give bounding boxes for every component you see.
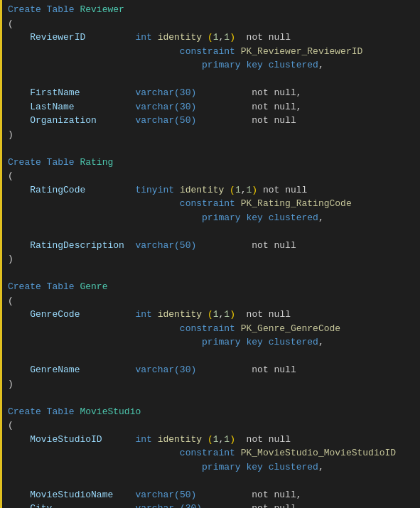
genre-constraint-line: constraint PK_Genre_GenreCode bbox=[2, 322, 420, 336]
blank-after-rating bbox=[2, 266, 420, 281]
create-table-genre-line: Create Table Genre bbox=[2, 280, 420, 294]
genre-blank1 bbox=[2, 350, 420, 364]
moviestamp-pk-line: primary key clustered, bbox=[2, 460, 420, 475]
reviewer-blank1 bbox=[2, 72, 420, 87]
create-table-rating-line: Create Table Rating bbox=[2, 156, 420, 170]
code-editor: Create Table Reviewer ( ReviewerID int i… bbox=[0, 0, 420, 508]
reviewer-firstname-line: FirstName varchar(30) not null, bbox=[2, 86, 420, 100]
open-paren-genre: ( bbox=[2, 294, 420, 308]
rating-pk-line: primary key clustered, bbox=[2, 211, 420, 225]
rating-constraint-line: constraint PK_Rating_RatingCode bbox=[2, 197, 420, 211]
blank-after-genre bbox=[2, 391, 420, 405]
genre-code-line: GenreCode int identity (1,1) not null bbox=[2, 308, 420, 322]
moviestamp-constraint-line: constraint PK_MovieStudio_MovieStudioID bbox=[2, 446, 420, 460]
rating-blank1 bbox=[2, 225, 420, 239]
rating-code-line: RatingCode tinyint identity (1,1) not nu… bbox=[2, 183, 420, 198]
close-paren-genre: ) bbox=[2, 377, 420, 391]
reviewer-lastname-line: LastName varchar(30) not null, bbox=[2, 100, 420, 114]
reviewer-constraint-line: constraint PK_Reviewer_ReviewerID bbox=[2, 45, 420, 59]
genre-pk-line: primary key clustered, bbox=[2, 335, 420, 350]
open-paren-moviestamp: ( bbox=[2, 418, 420, 433]
open-paren-reviewer: ( bbox=[2, 17, 420, 31]
moviestamp-blank1 bbox=[2, 474, 420, 488]
create-table-moviestamp-line: Create Table MovieStudio bbox=[2, 405, 420, 419]
reviewer-id-line: ReviewerID int identity (1,1) not null bbox=[2, 31, 420, 45]
moviestamp-id-line: MovieStudioID int identity (1,1) not nul… bbox=[2, 433, 420, 447]
genre-name-line: GenreName varchar(30) not null bbox=[2, 363, 420, 377]
reviewer-org-line: Organization varchar(50) not null bbox=[2, 114, 420, 128]
blank-after-reviewer bbox=[2, 141, 420, 156]
moviestamp-city-line: City varchar (30) not null, bbox=[2, 502, 420, 508]
close-paren-rating: ) bbox=[2, 252, 420, 266]
create-table-reviewer-line: Create Table Reviewer bbox=[2, 3, 420, 17]
rating-desc-line: RatingDescription varchar(50) not null bbox=[2, 239, 420, 253]
reviewer-pk-line: primary key clustered, bbox=[2, 58, 420, 72]
close-paren-reviewer: ) bbox=[2, 128, 420, 142]
moviestamp-name-line: MovieStudioName varchar(50) not null, bbox=[2, 488, 420, 502]
open-paren-rating: ( bbox=[2, 169, 420, 183]
